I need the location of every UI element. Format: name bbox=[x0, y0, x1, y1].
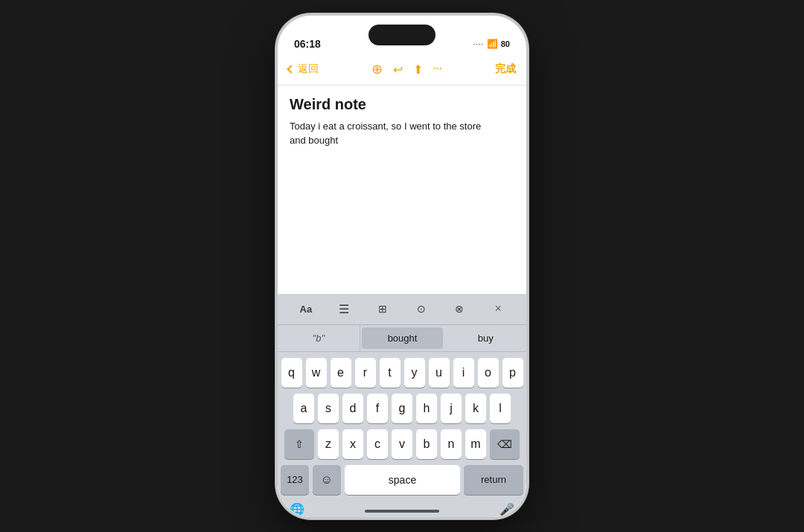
key-w[interactable]: w bbox=[306, 358, 327, 388]
share-icon[interactable]: ⬆ bbox=[413, 63, 423, 77]
key-g[interactable]: g bbox=[392, 394, 412, 423]
format-pen[interactable]: ⊗ bbox=[448, 298, 470, 319]
more-icon[interactable]: ··· bbox=[433, 63, 442, 76]
extra-row: 🌐 🎤 bbox=[278, 496, 526, 517]
status-icons: ···· 📶 80 bbox=[473, 39, 510, 50]
screen: 06:18 ···· 📶 80 返回 ⊕ ↩ ⬆ ··· 完成 Weird no bbox=[278, 16, 526, 517]
key-c[interactable]: c bbox=[367, 429, 388, 459]
key-l[interactable]: l bbox=[490, 394, 511, 423]
key-p[interactable]: p bbox=[502, 358, 523, 388]
return-key[interactable]: return bbox=[464, 465, 523, 495]
key-y[interactable]: y bbox=[404, 358, 425, 388]
key-f[interactable]: f bbox=[367, 394, 388, 423]
format-table[interactable]: ⊞ bbox=[371, 298, 394, 319]
back-button[interactable]: 返回 bbox=[288, 63, 319, 76]
keyboard-area: Aa ☰ ⊞ ⊙ ⊗ × "b" bought buy q w e bbox=[278, 294, 526, 517]
key-q[interactable]: q bbox=[281, 358, 302, 388]
delete-key[interactable]: ⌫ bbox=[490, 429, 520, 459]
chevron-left-icon bbox=[287, 65, 295, 73]
bottom-row: 123 ☺ space return bbox=[278, 465, 526, 496]
keyboard-keys: q w e r t y u i o p a s d f g bbox=[278, 352, 526, 465]
autocorrect-item-buy[interactable]: buy bbox=[444, 325, 526, 351]
key-i[interactable]: i bbox=[453, 358, 474, 388]
add-icon[interactable]: ⊕ bbox=[371, 61, 383, 77]
autocorrect-item-b[interactable]: "b" bbox=[278, 325, 360, 351]
key-e[interactable]: e bbox=[331, 358, 351, 388]
autocorrect-bar: "b" bought buy bbox=[278, 325, 526, 352]
shift-key[interactable]: ⇧ bbox=[284, 429, 314, 459]
key-k[interactable]: k bbox=[465, 394, 486, 423]
dynamic-island bbox=[368, 25, 436, 45]
note-body-line1: Today i eat a croissant, so I went to th… bbox=[290, 121, 481, 132]
key-a[interactable]: a bbox=[293, 394, 314, 423]
key-t[interactable]: t bbox=[380, 358, 401, 388]
note-title: Weird note bbox=[290, 96, 514, 113]
key-d[interactable]: d bbox=[342, 394, 363, 423]
key-n[interactable]: n bbox=[441, 429, 462, 459]
mic-icon[interactable]: 🎤 bbox=[500, 502, 514, 516]
format-aa[interactable]: Aa bbox=[295, 298, 317, 319]
undo-icon[interactable]: ↩ bbox=[393, 63, 403, 77]
notes-toolbar: 返回 ⊕ ↩ ⬆ ··· 完成 bbox=[278, 54, 526, 86]
key-m[interactable]: m bbox=[465, 429, 486, 459]
key-r[interactable]: r bbox=[355, 358, 376, 388]
format-camera[interactable]: ⊙ bbox=[410, 298, 433, 319]
key-row-3: ⇧ z x c v b n m ⌫ bbox=[281, 429, 523, 459]
note-content[interactable]: Weird note Today i eat a croissant, so I… bbox=[278, 86, 526, 294]
key-b[interactable]: b bbox=[416, 429, 437, 459]
note-body-line2: and bought bbox=[290, 135, 338, 146]
battery-icon: 80 bbox=[501, 39, 510, 48]
space-key[interactable]: space bbox=[345, 465, 460, 495]
home-indicator bbox=[365, 510, 439, 513]
autocorrect-item-bought[interactable]: bought bbox=[362, 327, 444, 349]
note-body: Today i eat a croissant, so I went to th… bbox=[290, 119, 514, 148]
key-j[interactable]: j bbox=[441, 394, 462, 423]
num-key[interactable]: 123 bbox=[281, 465, 309, 495]
format-list[interactable]: ☰ bbox=[333, 298, 355, 319]
signal-icon: ···· bbox=[473, 40, 484, 48]
wifi-icon: 📶 bbox=[487, 39, 498, 50]
globe-icon[interactable]: 🌐 bbox=[290, 502, 304, 516]
key-v[interactable]: v bbox=[392, 429, 412, 459]
key-x[interactable]: x bbox=[342, 429, 363, 459]
key-row-1: q w e r t y u i o p bbox=[281, 358, 523, 388]
phone-frame: 06:18 ···· 📶 80 返回 ⊕ ↩ ⬆ ··· 完成 Weird no bbox=[275, 13, 529, 519]
key-h[interactable]: h bbox=[416, 394, 437, 423]
key-row-2: a s d f g h j k l bbox=[281, 394, 523, 423]
format-close[interactable]: × bbox=[487, 298, 509, 319]
format-bar: Aa ☰ ⊞ ⊙ ⊗ × bbox=[278, 294, 526, 325]
emoji-key[interactable]: ☺ bbox=[313, 465, 341, 495]
status-time: 06:18 bbox=[294, 38, 321, 50]
key-u[interactable]: u bbox=[429, 358, 450, 388]
done-button[interactable]: 完成 bbox=[495, 63, 516, 76]
key-o[interactable]: o bbox=[478, 358, 499, 388]
key-s[interactable]: s bbox=[318, 394, 339, 423]
toolbar-actions: ⊕ ↩ ⬆ ··· bbox=[371, 61, 442, 77]
key-z[interactable]: z bbox=[318, 429, 339, 459]
back-label: 返回 bbox=[298, 63, 319, 76]
